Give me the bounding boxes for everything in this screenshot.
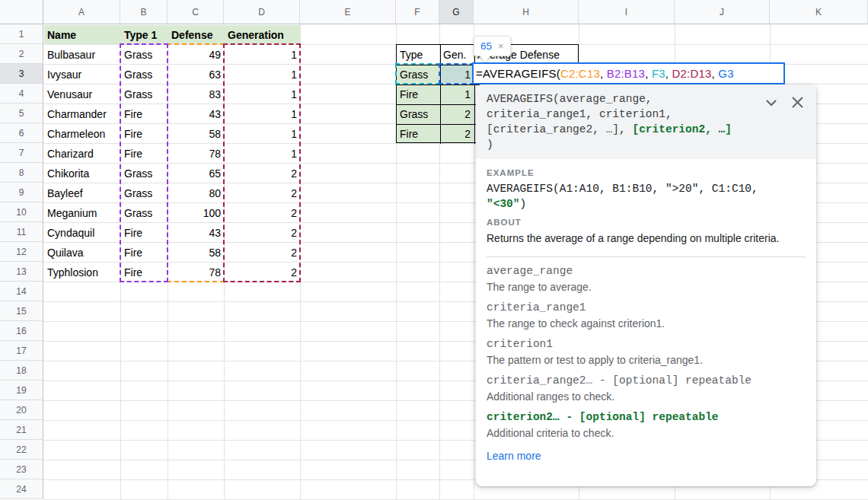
row-header-5[interactable]: 5 — [0, 104, 43, 123]
popup-body: EXAMPLE AVERAGEIFS(A1:A10, B1:B10, ">20"… — [476, 159, 816, 463]
google-sheets-view: ABCDEFGHIJK 1234567891011121314151617181… — [0, 0, 868, 500]
function-signature: AVERAGEIFS(average_range, criteria_range… — [487, 91, 763, 152]
column-header-K[interactable]: K — [770, 0, 868, 24]
row-header-17[interactable]: 17 — [0, 341, 43, 361]
select-all-corner[interactable] — [0, 0, 43, 24]
about-text: Returns the average of a range depending… — [487, 231, 806, 246]
table1-row-3-col-0[interactable]: Charmander — [44, 104, 120, 123]
column-header-J[interactable]: J — [675, 0, 770, 24]
column-header-I[interactable]: I — [579, 0, 675, 24]
row-header-6[interactable]: 6 — [0, 123, 43, 143]
table1-row-1-col-0[interactable]: Ivysaur — [44, 65, 120, 84]
table1-row-9-col-0[interactable]: Cyndaquil — [44, 223, 120, 242]
parameter-description: Additional criteria to check. — [487, 426, 806, 440]
formula-result-preview: 65 × — [474, 36, 511, 56]
parameter-item: average_range The range to average. — [487, 264, 806, 294]
parameter-name: criteria_range2… - [optional] repeatable — [487, 374, 806, 388]
row-header-13[interactable]: 13 — [0, 262, 43, 282]
column-header-G[interactable]: G — [439, 0, 474, 24]
formula-segment-0: =AVERAGEIFS( — [476, 67, 560, 80]
column-header-H[interactable]: H — [474, 0, 579, 24]
row-header-8[interactable]: 8 — [0, 163, 43, 183]
popup-syntax-header: AVERAGEIFS(average_range, criteria_range… — [476, 84, 816, 159]
preview-close-icon[interactable]: × — [498, 40, 504, 52]
row-header-12[interactable]: 12 — [0, 242, 43, 262]
row-header-11[interactable]: 11 — [0, 222, 43, 242]
table1-row-7-col-0[interactable]: Bayleef — [44, 183, 120, 202]
table1-row-6-col-0[interactable]: Chikorita — [44, 164, 120, 183]
row-header-10[interactable]: 10 — [0, 202, 43, 222]
summary-table-vline — [440, 45, 441, 144]
syntax-line2: criteria_range1, criterion1, — [487, 108, 672, 120]
parameter-description: The range to average. — [487, 280, 806, 294]
syntax-line3: [criteria_range2, …], — [487, 123, 632, 135]
row-header-24[interactable]: 24 — [0, 479, 43, 499]
table1-row-11-col-0[interactable]: Typhlosion — [44, 263, 120, 282]
row-header-7[interactable]: 7 — [0, 143, 43, 163]
table1-header-2[interactable]: Defense — [168, 25, 224, 44]
range-highlight-D2-D13 — [223, 43, 301, 282]
table1-row-5-col-0[interactable]: Charizard — [44, 144, 120, 163]
table1-header-1[interactable]: Type 1 — [121, 25, 168, 44]
parameter-item: criteria_range1 The range to check again… — [487, 301, 806, 330]
row-header-23[interactable]: 23 — [0, 460, 43, 479]
divider — [487, 256, 806, 257]
column-header-F[interactable]: F — [396, 0, 439, 24]
table1-header-3[interactable]: Generation — [225, 25, 300, 44]
row-header-22[interactable]: 22 — [0, 440, 43, 460]
parameter-item: criterion1 The pattern or test to apply … — [487, 337, 806, 367]
column-header-B[interactable]: B — [120, 0, 168, 24]
syntax-line4: ) — [487, 139, 493, 151]
about-label: ABOUT — [487, 218, 806, 227]
chevron-down-icon[interactable] — [766, 100, 777, 107]
table1-header-0[interactable]: Name — [44, 25, 120, 44]
example-code-line1: AVERAGEIFS(A1:A10, B1:B10, ">20", C1:C10… — [487, 183, 758, 195]
parameter-item: criterion2… - [optional] repeatable Addi… — [487, 410, 806, 440]
range-highlight-G3 — [439, 63, 474, 84]
row-header-3[interactable]: 3 — [0, 64, 43, 84]
parameter-name: criteria_range1 — [487, 301, 806, 315]
preview-pointer-icon — [479, 55, 491, 62]
parameter-name: criterion1 — [487, 337, 806, 352]
row-header-2[interactable]: 2 — [0, 44, 43, 64]
parameter-list: average_range The range to average. crit… — [487, 264, 806, 440]
formula-cell-editor[interactable]: =AVERAGEIFS(C2:C13, B2:B13, F3, D2:D13, … — [472, 62, 785, 84]
table1-row-4-col-0[interactable]: Charmeleon — [44, 124, 120, 143]
parameter-description: Additional ranges to check. — [487, 390, 806, 403]
example-label: EXAMPLE — [487, 168, 806, 177]
column-header-A[interactable]: A — [43, 0, 120, 24]
row-header-14[interactable]: 14 — [0, 282, 43, 301]
table1-row-8-col-0[interactable]: Meganium — [44, 203, 120, 222]
row-header-20[interactable]: 20 — [0, 400, 43, 420]
column-header-C[interactable]: C — [168, 0, 224, 24]
row-header-1[interactable]: 1 — [0, 24, 43, 44]
summary-table-vline — [474, 45, 475, 144]
row-header-18[interactable]: 18 — [0, 361, 43, 381]
row-header-21[interactable]: 21 — [0, 420, 43, 440]
row-header-4[interactable]: 4 — [0, 84, 43, 104]
formula-segment-1: C2:C13 — [560, 67, 600, 80]
close-icon[interactable] — [791, 96, 804, 109]
column-header-D[interactable]: D — [224, 0, 300, 24]
range-highlight-B2-B13 — [120, 43, 168, 282]
learn-more-link[interactable]: Learn more — [487, 450, 541, 462]
table1-row-10-col-0[interactable]: Quilava — [44, 243, 120, 262]
formula-segment-3: B2:B13 — [607, 67, 645, 80]
column-header-E[interactable]: E — [300, 0, 396, 24]
parameter-item: criteria_range2… - [optional] repeatable… — [487, 374, 806, 403]
row-header-15[interactable]: 15 — [0, 301, 43, 321]
formula-segment-5: F3 — [652, 67, 665, 80]
parameter-description: The pattern or test to apply to criteria… — [487, 353, 806, 367]
formula-segment-2: , — [600, 67, 607, 80]
formula-segment-6: , — [665, 67, 672, 80]
parameter-name: average_range — [487, 264, 806, 279]
row-header-9[interactable]: 9 — [0, 183, 43, 202]
parameter-name: criterion2… - [optional] repeatable — [487, 410, 806, 425]
syntax-highlighted-arg: [criterion2, …] — [632, 123, 732, 135]
table1-row-2-col-0[interactable]: Venusaur — [44, 84, 120, 104]
row-header-16[interactable]: 16 — [0, 321, 43, 341]
range-highlight-C2-C13 — [167, 43, 225, 282]
formula-segment-4: , — [645, 67, 652, 80]
row-header-19[interactable]: 19 — [0, 381, 43, 400]
table1-row-0-col-0[interactable]: Bulbasaur — [44, 45, 120, 64]
